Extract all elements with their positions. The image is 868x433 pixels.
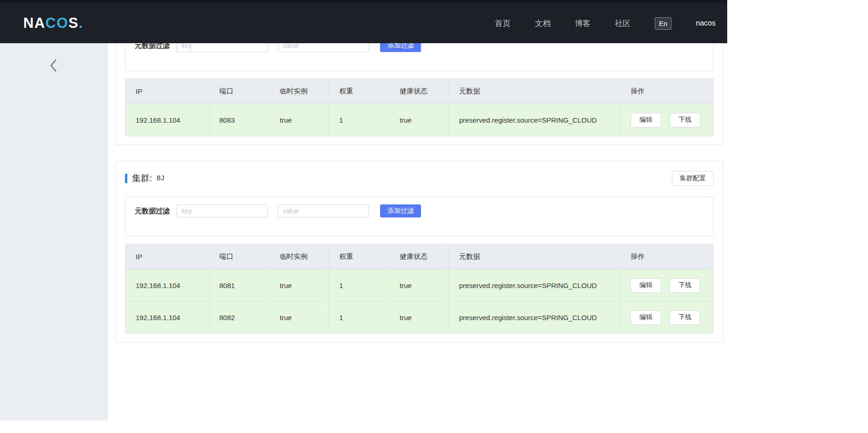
- cluster-card-first: 元数据过滤 添加过滤 IP 端口 临时实例: [115, 43, 723, 145]
- header-actions: 操作: [620, 79, 714, 104]
- cluster-name: BJ: [157, 175, 164, 182]
- cell-healthy: true: [389, 104, 449, 136]
- logo-text-co: CO: [46, 15, 69, 32]
- metadata-filter-label: 元数据过滤: [135, 207, 170, 216]
- header-port: 端口: [209, 244, 270, 269]
- header-ephemeral: 临时实例: [270, 244, 329, 269]
- offline-instance-button[interactable]: 下线: [670, 278, 700, 293]
- nav-links: 首页 文档 博客 社区 En nacos: [495, 17, 716, 30]
- metadata-filter-box: 元数据过滤 添加过滤: [125, 43, 714, 71]
- chevron-left-icon: [47, 58, 59, 73]
- nav-link-docs[interactable]: 文档: [535, 18, 551, 29]
- filter-value-input[interactable]: [278, 204, 369, 217]
- instance-table: IP 端口 临时实例 权重 健康状态 元数据 操作 192.168.1.104: [125, 244, 714, 334]
- sidebar-collapse-button[interactable]: [46, 57, 60, 74]
- cell-healthy: true: [389, 302, 449, 334]
- title-accent-bar: [125, 174, 127, 183]
- nav-link-community[interactable]: 社区: [615, 18, 631, 29]
- cell-port: 8082: [209, 302, 270, 334]
- cell-ip: 192.168.1.104: [125, 269, 209, 302]
- cell-actions: 编辑 下线: [620, 269, 714, 302]
- main-content: 元数据过滤 添加过滤 IP 端口 临时实例: [108, 43, 727, 420]
- cell-metadata: preserved.register.source=SPRING_CLOUD: [449, 104, 620, 136]
- filter-value-input[interactable]: [278, 43, 369, 52]
- add-filter-button[interactable]: 添加过滤: [380, 43, 421, 52]
- header-healthy: 健康状态: [389, 244, 449, 269]
- cell-ephemeral: true: [270, 269, 329, 302]
- header-ephemeral: 临时实例: [270, 79, 329, 104]
- logo-text-na: NA: [23, 15, 46, 32]
- logo-text-s: S: [68, 15, 79, 32]
- cell-actions: 编辑 下线: [620, 104, 714, 136]
- nav-link-blog[interactable]: 博客: [575, 18, 591, 29]
- instance-table: IP 端口 临时实例 权重 健康状态 元数据 操作 192.168.1.104: [125, 79, 714, 136]
- cluster-card-bj: 集群: BJ 集群配置 元数据过滤 添加过滤: [115, 161, 723, 342]
- username[interactable]: nacos: [696, 19, 716, 27]
- cell-ephemeral: true: [270, 302, 329, 334]
- edit-instance-button[interactable]: 编辑: [631, 113, 661, 127]
- top-navbar: NACOS. 首页 文档 博客 社区 En nacos: [0, 0, 727, 43]
- language-toggle-button[interactable]: En: [655, 17, 671, 30]
- edit-instance-button[interactable]: 编辑: [631, 310, 661, 325]
- cell-healthy: true: [389, 269, 449, 302]
- header-healthy: 健康状态: [389, 79, 449, 104]
- cluster-config-button[interactable]: 集群配置: [672, 171, 714, 186]
- cell-actions: 编辑 下线: [620, 302, 714, 334]
- header-ip: IP: [125, 79, 209, 104]
- table-row: 192.168.1.104 8083 true 1 true preserved…: [125, 104, 714, 136]
- table-row: 192.168.1.104 8081 true 1 true preserved…: [125, 269, 714, 302]
- cell-ip: 192.168.1.104: [125, 104, 209, 136]
- logo-dot: .: [79, 15, 83, 32]
- header-ip: IP: [125, 244, 209, 269]
- page-body: 元数据过滤 添加过滤 IP 端口 临时实例: [0, 43, 727, 420]
- table-header-row: IP 端口 临时实例 权重 健康状态 元数据 操作: [125, 244, 714, 269]
- cluster-title-label: 集群:: [132, 172, 152, 184]
- cell-ephemeral: true: [270, 104, 329, 136]
- metadata-filter-box: 元数据过滤 添加过滤: [125, 197, 714, 236]
- cell-weight: 1: [329, 269, 389, 302]
- cluster-title: 集群: BJ: [125, 172, 164, 184]
- edit-instance-button[interactable]: 编辑: [631, 278, 661, 293]
- header-metadata: 元数据: [449, 79, 620, 104]
- header-actions: 操作: [620, 244, 714, 269]
- cell-weight: 1: [329, 302, 389, 334]
- filter-key-input[interactable]: [177, 43, 268, 52]
- header-port: 端口: [209, 79, 270, 104]
- cell-weight: 1: [329, 104, 389, 136]
- sidebar: [0, 43, 108, 420]
- offline-instance-button[interactable]: 下线: [670, 310, 700, 325]
- cell-port: 8081: [209, 269, 270, 302]
- cell-metadata: preserved.register.source=SPRING_CLOUD: [449, 302, 620, 334]
- cluster-card-header: 集群: BJ 集群配置: [125, 171, 714, 186]
- cell-ip: 192.168.1.104: [125, 302, 209, 334]
- offline-instance-button[interactable]: 下线: [670, 113, 700, 127]
- nacos-logo[interactable]: NACOS.: [23, 15, 84, 32]
- cell-port: 8083: [209, 104, 270, 136]
- header-weight: 权重: [329, 79, 389, 104]
- table-header-row: IP 端口 临时实例 权重 健康状态 元数据 操作: [125, 79, 714, 104]
- nav-link-home[interactable]: 首页: [495, 18, 511, 29]
- page: NACOS. 首页 文档 博客 社区 En nacos 元数据过滤: [0, 0, 727, 433]
- filter-key-input[interactable]: [177, 204, 268, 217]
- table-row: 192.168.1.104 8082 true 1 true preserved…: [125, 302, 714, 334]
- header-weight: 权重: [329, 244, 389, 269]
- header-metadata: 元数据: [449, 244, 620, 269]
- metadata-filter-label: 元数据过滤: [135, 43, 170, 50]
- add-filter-button[interactable]: 添加过滤: [380, 204, 421, 217]
- cell-metadata: preserved.register.source=SPRING_CLOUD: [449, 269, 620, 302]
